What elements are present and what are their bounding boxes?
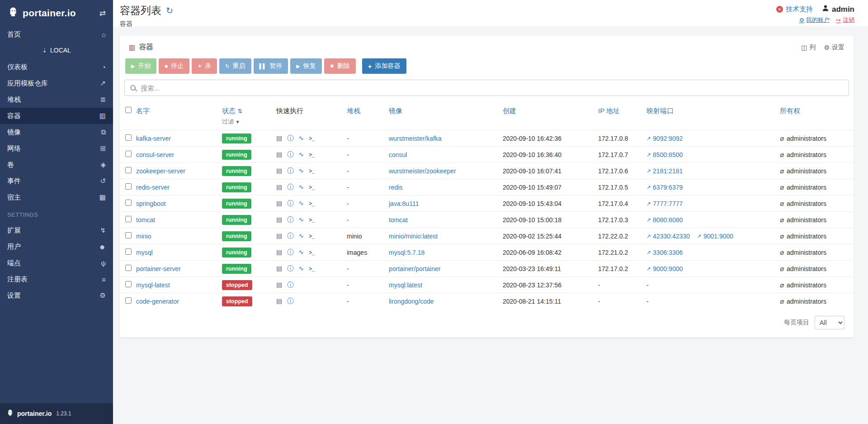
- pause-button[interactable]: ▌▌暂停: [254, 58, 288, 74]
- sidebar-item-networks[interactable]: 网络⊞: [0, 140, 113, 157]
- container-name-link[interactable]: minio: [136, 233, 151, 240]
- inspect-icon[interactable]: ⓘ: [287, 297, 293, 305]
- start-button[interactable]: ▶开始: [125, 58, 156, 74]
- restart-button[interactable]: ↻重启: [219, 58, 251, 74]
- inspect-icon[interactable]: ⓘ: [287, 200, 293, 207]
- sidebar-item-settings[interactable]: 设置⚙: [0, 287, 113, 304]
- row-checkbox[interactable]: [125, 183, 132, 190]
- row-checkbox[interactable]: [125, 297, 132, 304]
- stats-icon[interactable]: ∿: [298, 216, 304, 223]
- row-checkbox[interactable]: [125, 232, 132, 238]
- container-name-link[interactable]: kafka-server: [136, 135, 171, 142]
- container-name-link[interactable]: redis-server: [136, 184, 170, 191]
- row-checkbox[interactable]: [125, 134, 132, 141]
- my-account-link[interactable]: ⚙ 我的账户: [799, 16, 830, 24]
- logs-icon[interactable]: ▤: [276, 265, 282, 272]
- console-icon[interactable]: >_: [309, 185, 314, 191]
- refresh-icon[interactable]: ↻: [166, 5, 173, 16]
- inspect-icon[interactable]: ⓘ: [287, 151, 293, 158]
- portainer-logo[interactable]: portainer.io: [7, 6, 76, 20]
- port-link[interactable]: ↗3306:3306: [646, 249, 683, 256]
- container-name-link[interactable]: zookeeper-server: [136, 167, 185, 175]
- columns-button[interactable]: ◫ 列: [801, 43, 816, 52]
- sidebar-item-volumes[interactable]: 卷◈: [0, 157, 113, 173]
- container-name-link[interactable]: portainer-server: [136, 265, 181, 272]
- port-link[interactable]: ↗42330:42330: [646, 233, 690, 240]
- container-name-link[interactable]: tomcat: [136, 216, 155, 224]
- console-icon[interactable]: >_: [309, 136, 314, 142]
- sidebar-item-registries[interactable]: 注册表≡: [0, 271, 113, 287]
- port-link[interactable]: ↗8080:8080: [646, 216, 683, 224]
- sidebar-item-containers[interactable]: 容器▥: [0, 108, 113, 124]
- stats-icon[interactable]: ∿: [298, 248, 304, 256]
- logs-icon[interactable]: ▤: [276, 232, 282, 239]
- logs-icon[interactable]: ▤: [276, 216, 282, 223]
- inspect-icon[interactable]: ⓘ: [287, 281, 293, 288]
- logs-icon[interactable]: ▤: [276, 151, 282, 158]
- port-link[interactable]: ↗9000:9000: [646, 265, 683, 272]
- port-link[interactable]: ↗9092:9092: [646, 135, 683, 142]
- row-checkbox[interactable]: [125, 151, 132, 157]
- row-checkbox[interactable]: [125, 248, 132, 255]
- sidebar-item-app-templates[interactable]: 应用模板仓库↗: [0, 75, 113, 91]
- stats-icon[interactable]: ∿: [298, 265, 304, 272]
- stop-button[interactable]: ■停止: [159, 58, 189, 74]
- filter-button[interactable]: 过滤 ▼: [222, 118, 240, 125]
- logs-icon[interactable]: ▤: [276, 297, 282, 305]
- console-icon[interactable]: >_: [309, 250, 314, 256]
- logs-icon[interactable]: ▤: [276, 200, 282, 207]
- console-icon[interactable]: >_: [309, 217, 314, 224]
- row-checkbox[interactable]: [125, 281, 132, 287]
- items-per-page-select[interactable]: All: [815, 316, 844, 329]
- sort-image-button[interactable]: 镜像: [389, 107, 402, 114]
- stats-icon[interactable]: ∿: [298, 134, 304, 142]
- support-link[interactable]: ✕ 技术支持: [776, 5, 813, 14]
- inspect-icon[interactable]: ⓘ: [287, 216, 293, 223]
- port-link[interactable]: ↗8500:8500: [646, 151, 683, 158]
- sort-ip-button[interactable]: IP 地址: [598, 107, 620, 114]
- resume-button[interactable]: ▶恢复: [290, 58, 321, 74]
- container-name-link[interactable]: mysql-latest: [136, 281, 170, 289]
- image-link[interactable]: tomcat: [389, 216, 408, 224]
- container-name-link[interactable]: mysql: [136, 249, 153, 256]
- user-menu[interactable]: admin: [822, 5, 854, 14]
- port-link[interactable]: ↗7777:7777: [646, 200, 683, 207]
- sidebar-item-users[interactable]: 用户☻: [0, 238, 113, 255]
- sidebar-collapse-button[interactable]: ⇄: [99, 9, 106, 18]
- stats-icon[interactable]: ∿: [298, 151, 304, 158]
- logs-icon[interactable]: ▤: [276, 183, 282, 191]
- inspect-icon[interactable]: ⓘ: [287, 265, 293, 272]
- image-link[interactable]: wurstmeister/zookeeper: [389, 167, 456, 175]
- logs-icon[interactable]: ▤: [276, 167, 282, 174]
- console-icon[interactable]: >_: [309, 168, 314, 175]
- sort-ports-button[interactable]: 映射端口: [646, 107, 674, 114]
- stats-icon[interactable]: ∿: [298, 200, 304, 207]
- image-link[interactable]: lirongdong/code: [389, 298, 434, 305]
- image-link[interactable]: minio/minio:latest: [389, 233, 438, 240]
- remove-button[interactable]: ✖删除: [324, 58, 356, 74]
- port-link[interactable]: ↗9001:9000: [697, 233, 733, 240]
- image-link[interactable]: wurstmeister/kafka: [389, 135, 442, 142]
- image-link[interactable]: mysql:5.7.18: [389, 249, 425, 256]
- logs-icon[interactable]: ▤: [276, 281, 282, 288]
- image-link[interactable]: consul: [389, 151, 407, 158]
- sidebar-item-images[interactable]: 镜像⧉: [0, 124, 113, 140]
- image-link[interactable]: mysql:latest: [389, 281, 422, 289]
- sort-state-button[interactable]: 状态 ⇅: [222, 107, 242, 114]
- image-link[interactable]: portainer/portainer: [389, 265, 440, 272]
- console-icon[interactable]: >_: [309, 266, 314, 272]
- inspect-icon[interactable]: ⓘ: [287, 232, 293, 239]
- row-checkbox[interactable]: [125, 216, 132, 222]
- container-name-link[interactable]: code-generator: [136, 298, 179, 305]
- logout-link[interactable]: ↪ 注销: [836, 16, 854, 24]
- image-link[interactable]: redis: [389, 184, 402, 191]
- sidebar-item-dashboard[interactable]: 仪表板◔: [0, 59, 113, 75]
- image-link[interactable]: java:8u111: [389, 200, 419, 207]
- row-checkbox[interactable]: [125, 200, 132, 206]
- stats-icon[interactable]: ∿: [298, 167, 304, 174]
- select-all-checkbox[interactable]: [125, 107, 132, 113]
- port-link[interactable]: ↗2181:2181: [646, 167, 683, 175]
- search-input[interactable]: [141, 84, 843, 92]
- sidebar-item-home[interactable]: 首页⌂: [0, 26, 113, 43]
- sidebar-item-extensions[interactable]: 扩展↯: [0, 222, 113, 238]
